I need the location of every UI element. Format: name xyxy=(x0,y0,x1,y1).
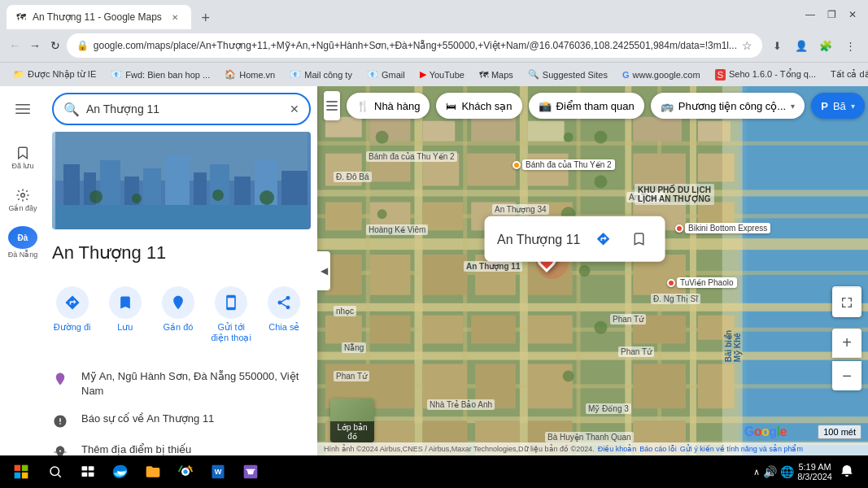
active-tab[interactable]: 🗺 An Thượng 11 - Google Maps ✕ xyxy=(7,5,191,29)
map-area[interactable]: 🍴 Nhà hàng 🛏 Khách sạn 📸 Điểm tham quan … xyxy=(317,86,868,455)
search-input[interactable] xyxy=(86,102,283,115)
bookmark-gmail[interactable]: 📧 Gmail xyxy=(360,66,412,84)
nearby-icon xyxy=(162,286,194,319)
transport-label: Phương tiện công cộ... xyxy=(678,100,786,112)
speaker-icon[interactable]: 🔊 xyxy=(763,465,777,478)
sidebar-nearby-label: Gần đây xyxy=(8,204,37,212)
minimize-button[interactable]: — xyxy=(801,6,819,24)
marker-tuvien[interactable]: TuViền Phaolo xyxy=(667,277,737,288)
network-icon[interactable]: 🌐 xyxy=(780,465,794,478)
report-error-link[interactable]: Báo cáo lỗi xyxy=(639,445,677,453)
feedback-link[interactable]: Gửi ý kiến về tính năng và sản phẩm xyxy=(680,445,803,453)
map-filter-transport[interactable]: 🚌 Phương tiện công cộ... ▾ xyxy=(651,93,805,119)
report-item[interactable]: Báo sự cố về An Thượng 11 xyxy=(0,405,317,436)
bookmark-star[interactable]: ☆ xyxy=(742,39,752,52)
fullscreen-button[interactable] xyxy=(832,288,861,317)
attribution-text: Hình ảnh ©2024 Airbus,CNES / Airbus,Maxa… xyxy=(324,445,595,453)
bookmark-seho[interactable]: S Seho 1.6.0 - Tổng q... xyxy=(709,66,822,84)
taskbar-clock[interactable]: 5:19 AM 8/3/2024 xyxy=(797,462,832,481)
reload-button[interactable]: ↻ xyxy=(46,34,63,57)
menu-button[interactable]: ⋮ xyxy=(839,34,861,57)
taskbar-taskview[interactable] xyxy=(72,455,104,488)
beach-label: Bãi biểnMỹ Khê xyxy=(724,330,742,362)
svg-rect-121 xyxy=(89,473,94,477)
map-filter-restaurant[interactable]: 🍴 Nhà hàng xyxy=(347,93,430,119)
taskbar-store[interactable] xyxy=(234,455,267,488)
address-item[interactable]: Mỹ An, Ngũ Hành Sơn, Đà Nẵng 550000, Việ… xyxy=(0,363,317,405)
new-tab-button[interactable]: + xyxy=(194,7,217,29)
map-filter-attraction[interactable]: 📸 Điểm tham quan xyxy=(529,93,644,119)
taskbar-word[interactable]: W xyxy=(202,455,234,488)
taskbar-search[interactable] xyxy=(39,455,72,488)
bookmark-google[interactable]: G www.google.com xyxy=(616,66,707,84)
send-phone-label: Gửi tới điện thoại xyxy=(208,322,255,343)
sidebar-saved-button[interactable]: Đã lưu xyxy=(7,142,39,174)
layer-toggle-button[interactable]: Lớp bản đồ xyxy=(330,399,374,442)
tab-close-button[interactable]: ✕ xyxy=(168,11,181,24)
profile-button[interactable]: 👤 xyxy=(790,34,813,57)
sidebar-menu-button[interactable] xyxy=(7,93,39,125)
svg-rect-69 xyxy=(422,255,467,295)
share-label: Chia sẻ xyxy=(268,322,299,333)
notification-button[interactable] xyxy=(835,455,858,488)
street-label-hoang-ke: Hoàng Kề Viêm xyxy=(366,224,428,235)
address-bar[interactable]: 🔒 google.com/maps/place/An+Thượng+11,+Mỹ… xyxy=(67,33,762,58)
clear-search-button[interactable]: ✕ xyxy=(290,102,299,115)
downloads-button[interactable]: ⬇ xyxy=(765,34,788,57)
terms-link[interactable]: Điều khoản xyxy=(598,445,637,453)
tab-title: An Thượng 11 - Google Maps xyxy=(33,11,162,23)
map-menu-button[interactable] xyxy=(324,91,340,120)
system-tray-up[interactable]: ∧ xyxy=(753,467,760,477)
bookmark-label: Mail công ty xyxy=(304,70,352,80)
add-place-item[interactable]: Thêm địa điểm bị thiếu xyxy=(0,436,317,455)
send-phone-button[interactable]: Gửi tới điện thoại xyxy=(205,280,258,350)
hotel-label: Khách sạn xyxy=(461,100,512,112)
svg-rect-113 xyxy=(15,465,21,472)
marker-banh-da[interactable]: Bánh đa của Thu Yến 2 xyxy=(513,159,615,170)
sidebar-danang-button[interactable]: Đà Đà Nẵng xyxy=(7,226,39,259)
bookmark-home[interactable]: 🏠 Home.vn xyxy=(218,66,281,84)
taskbar-chrome[interactable] xyxy=(169,455,202,488)
back-button[interactable]: ← xyxy=(7,34,24,57)
bookmark-youtube[interactable]: ▶ YouTube xyxy=(413,66,471,84)
bookmark-email[interactable]: 📧 Fwd: Bien ban hop ... xyxy=(104,66,216,84)
panel-collapse-button[interactable]: ◀ xyxy=(317,251,330,290)
extensions-button[interactable]: 🧩 xyxy=(814,34,837,57)
restaurant-label: Nhà hàng xyxy=(374,100,420,112)
popup-directions-button[interactable] xyxy=(590,226,616,252)
zoom-in-button[interactable]: + xyxy=(832,329,861,358)
maximize-button[interactable]: ❐ xyxy=(822,6,840,24)
all-bookmarks-button[interactable]: Tất cả dấu trang xyxy=(824,66,868,84)
nearby-button[interactable]: Gần đó xyxy=(151,280,204,350)
map-filter-hotel[interactable]: 🛏 Khách sạn xyxy=(436,93,521,119)
marker-bikini[interactable]: Bikini Bottom Express xyxy=(675,223,770,233)
clock-time: 5:19 AM xyxy=(797,462,832,472)
bookmark-ie[interactable]: 📁 Được Nhập từ IE xyxy=(7,66,103,84)
bookmark-suggested[interactable]: 🔍 Suggested Sites xyxy=(521,66,614,84)
sidebar-nearby-button[interactable]: Gần đây xyxy=(7,184,39,216)
popup-save-button[interactable] xyxy=(626,226,652,252)
bookmark-maps[interactable]: 🗺 Maps xyxy=(473,66,520,84)
bookmark-mail[interactable]: 📧 Mail công ty xyxy=(283,66,359,84)
taskbar-explorer[interactable] xyxy=(137,455,169,488)
share-button[interactable]: Chia sẻ xyxy=(258,280,311,350)
directions-button[interactable]: Đường đi xyxy=(46,280,98,350)
taskbar-edge[interactable] xyxy=(104,455,137,488)
location-popup: An Thượng 11 xyxy=(484,216,665,262)
bookmark-icon: ▶ xyxy=(420,69,426,80)
transport-arrow-icon: ▾ xyxy=(791,102,795,111)
zoom-out-button[interactable]: − xyxy=(832,361,861,390)
svg-rect-0 xyxy=(15,104,30,106)
search-box[interactable]: 🔍 ✕ xyxy=(52,93,311,125)
svg-rect-2 xyxy=(15,113,30,115)
location-info: An Thượng 11 xyxy=(0,229,317,280)
taskbar-icons: W xyxy=(39,455,267,488)
svg-point-96 xyxy=(594,176,607,189)
svg-rect-74 xyxy=(370,316,411,344)
close-button[interactable]: ✕ xyxy=(844,6,861,24)
forward-button[interactable]: → xyxy=(27,34,44,57)
bookmark-icon: 🏠 xyxy=(225,69,236,80)
map-filter-parking[interactable]: P Bã ▾ xyxy=(811,93,865,119)
save-button[interactable]: Lưu xyxy=(98,280,151,350)
start-button[interactable] xyxy=(3,455,39,488)
